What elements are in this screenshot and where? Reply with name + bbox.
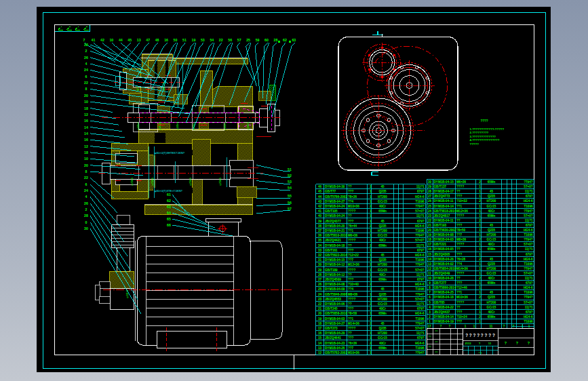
svg-text:1: 1 (370, 268, 372, 272)
svg-text:2: 2 (85, 207, 87, 212)
svg-text:?10×32: ?10×32 (456, 199, 467, 203)
svg-text:GB/T85: GB/T85 (434, 301, 446, 304)
svg-text:1.????????????:?????: 1.????????????:????? (470, 127, 505, 131)
svg-text:56: 56 (288, 201, 292, 205)
svg-text:?: ? (528, 341, 530, 345)
svg-text:36: 36 (318, 234, 322, 237)
svg-text:HG4-6: HG4-6 (415, 342, 425, 345)
svg-text:T1096: T1096 (415, 229, 424, 233)
svg-text:GB/T77: GB/T77 (325, 190, 336, 193)
svg-text:54: 54 (288, 186, 292, 190)
svg-text:26: 26 (84, 201, 88, 205)
svg-text:??: ?? (435, 351, 437, 354)
svg-text:???: ??? (456, 253, 463, 256)
svg-text:HG4-6: HG4-6 (415, 195, 425, 199)
svg-text:66: 66 (167, 223, 171, 227)
svg-text:1: 1 (479, 281, 481, 285)
svg-text:62: 62 (283, 38, 287, 42)
svg-text:65Mn: 65Mn (378, 312, 387, 315)
svg-text:11: 11 (428, 272, 431, 275)
svg-text:φ30×U(T)XTE×7.5KN?: φ30×U(T)XTE×7.5KN? (155, 189, 183, 193)
svg-text:2: 2 (370, 244, 372, 247)
svg-text:?6×44: ?6×44 (348, 224, 357, 228)
svg-text:1: 1 (479, 243, 481, 246)
svg-text:40Cr: 40Cr (379, 239, 386, 242)
svg-text:HG4-6: HG4-6 (524, 286, 533, 289)
svg-text:1: 1 (479, 233, 481, 237)
svg-text:φ30k6: φ30k6 (223, 122, 227, 130)
svg-text:18: 18 (318, 322, 322, 325)
svg-text:1: 1 (370, 278, 372, 281)
svg-text:57×0?: 57×0? (415, 239, 424, 242)
svg-text:40Cr: 40Cr (488, 243, 494, 246)
svg-text:57×0?: 57×0? (415, 327, 424, 330)
svg-text:JB/ZQ4305: JB/ZQ4305 (434, 253, 450, 256)
svg-text:M8×36: M8×36 (348, 293, 358, 296)
svg-text:8: 8 (85, 169, 87, 174)
svg-text:?794?: ?794? (415, 351, 424, 355)
svg-text:65Mn: 65Mn (378, 209, 387, 213)
svg-text:2: 2 (479, 258, 481, 261)
svg-text:53: 53 (288, 180, 292, 184)
svg-text:45: 45 (490, 190, 494, 193)
svg-text:16: 16 (318, 332, 322, 335)
svg-text:GCr15: GCr15 (378, 234, 387, 237)
svg-text:GB/T5810-2010: GB/T5810-2010 (325, 234, 347, 237)
svg-text:21: 21 (318, 307, 322, 310)
svg-text:28: 28 (274, 38, 278, 42)
svg-text:DYM1B-04-08: DYM1B-04-08 (434, 233, 454, 237)
svg-text:??: ?? (456, 219, 460, 222)
svg-text:43: 43 (318, 200, 322, 203)
svg-text:40Cr: 40Cr (488, 277, 494, 280)
svg-text:40Cr: 40Cr (379, 273, 386, 277)
svg-text:2: 2 (479, 180, 481, 184)
svg-text:2: 2 (479, 238, 481, 241)
svg-text:2: 2 (479, 219, 481, 222)
svg-text:T1096: T1096 (415, 317, 424, 321)
svg-text:52: 52 (288, 174, 292, 178)
svg-text:14: 14 (428, 258, 432, 261)
svg-text:????: ???? (456, 301, 464, 304)
svg-text:DYM1B-04-24: DYM1B-04-24 (325, 214, 345, 218)
svg-text:20: 20 (84, 94, 88, 98)
svg-text:??: ?? (348, 332, 352, 335)
svg-text:45: 45 (380, 322, 385, 325)
svg-text:65Mn: 65Mn (488, 281, 496, 285)
svg-text:28: 28 (84, 214, 88, 218)
svg-text:1: 1 (479, 195, 481, 198)
svg-text:T1096: T1096 (524, 320, 532, 323)
svg-text:679?: 679? (417, 249, 425, 252)
svg-text:1: 1 (479, 190, 481, 193)
svg-text:GCr15: GCr15 (378, 336, 387, 340)
svg-text:GB/T277: GB/T277 (434, 281, 447, 285)
svg-text:HG4-6: HG4-6 (524, 228, 533, 232)
svg-text:11)?1: 11)?1 (525, 219, 533, 222)
svg-text:679?: 679? (526, 310, 533, 314)
svg-text:JB/ZQ4437: JB/ZQ4437 (434, 310, 450, 314)
svg-text:DYM1B-04-12: DYM1B-04-12 (325, 263, 345, 266)
svg-text:57×0?: 57×0? (524, 214, 532, 218)
svg-text:24: 24 (318, 293, 322, 296)
svg-text:GCr15: GCr15 (378, 268, 387, 272)
svg-text:63: 63 (292, 38, 296, 42)
svg-text:40: 40 (318, 214, 322, 218)
svg-text:57×0?: 57×0? (415, 268, 424, 272)
svg-text:65Mn: 65Mn (378, 278, 387, 281)
svg-text:1: 1 (479, 320, 481, 323)
svg-text:12: 12 (84, 113, 88, 117)
svg-text:?10×40: ?10×40 (348, 283, 359, 286)
svg-text:HT200: HT200 (378, 263, 387, 266)
svg-text:44: 44 (119, 38, 123, 42)
svg-text:45: 45 (318, 190, 322, 193)
svg-text:2: 2 (370, 263, 372, 266)
svg-text:26: 26 (318, 283, 322, 286)
svg-text:DYM1B-04-23: DYM1B-04-23 (325, 342, 345, 345)
svg-text:57×0?: 57×0? (415, 298, 424, 301)
svg-text:??: ?? (435, 330, 437, 333)
svg-text:45: 45 (490, 258, 494, 261)
svg-text:679?: 679? (526, 224, 533, 227)
svg-text:32: 32 (318, 254, 322, 257)
svg-text:DYM1B-04-22: DYM1B-04-22 (434, 306, 454, 309)
svg-text:64: 64 (167, 211, 171, 215)
svg-text:T1096: T1096 (415, 287, 424, 291)
